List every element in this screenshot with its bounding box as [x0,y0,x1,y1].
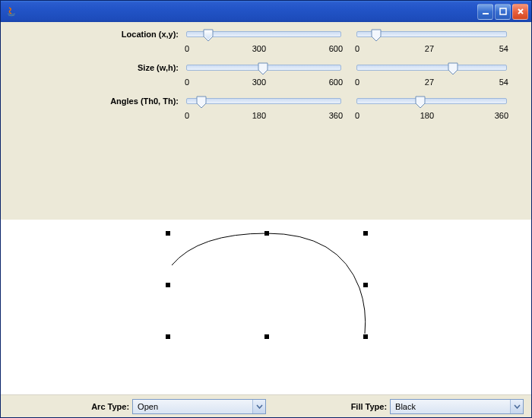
java-icon [5,5,17,17]
handle[interactable] [264,231,269,236]
slider-location-y[interactable] [353,28,510,43]
row-location: Location (x,y): 0 300 600 [8,28,524,62]
handle[interactable] [363,283,368,287]
close-button[interactable] [512,4,528,20]
controls-panel: Location (x,y): 0 300 600 [1,22,531,136]
svg-rect-0 [483,13,489,14]
titlebar [1,1,531,22]
handle[interactable] [166,334,170,339]
ticks-angle-th0: 0 180 360 [183,111,344,120]
slider-angle-th[interactable] [353,95,510,110]
label-size: Size (w,h): [8,62,183,72]
ticks-size-h: 0 27 54 [353,78,510,87]
slider-location-x[interactable] [183,28,344,43]
handle[interactable] [363,231,368,236]
label-fill-type: Fill Type: [266,402,390,411]
drawing-canvas[interactable] [1,220,531,394]
label-location: Location (x,y): [8,28,183,39]
minimize-button[interactable] [477,4,493,20]
handle[interactable] [264,334,269,339]
spacer [1,136,531,220]
combo-arc-type-value: Open [133,402,252,411]
slider-size-h[interactable] [353,62,510,77]
svg-rect-1 [500,8,506,14]
app-window: Location (x,y): 0 300 600 [0,0,532,418]
ticks-location-y: 0 27 54 [353,44,510,53]
label-arc-type: Arc Type: [8,402,132,411]
combo-fill-type-value: Black [391,402,510,411]
ticks-location-x: 0 300 600 [183,44,344,53]
handle[interactable] [166,283,170,287]
label-angles: Angles (Th0, Th): [8,95,183,106]
row-angles: Angles (Th0, Th): 0 180 360 [8,95,524,128]
window-buttons [477,4,528,20]
ticks-angle-th: 0 180 360 [353,111,510,120]
maximize-button[interactable] [495,4,511,20]
content: Location (x,y): 0 300 600 [1,22,531,417]
slider-size-w[interactable] [183,62,344,77]
handle[interactable] [166,231,170,236]
slider-angle-th0[interactable] [183,95,344,110]
ticks-size-w: 0 300 600 [183,78,344,87]
row-size: Size (w,h): 0 300 600 [8,62,524,95]
handle[interactable] [363,334,368,339]
